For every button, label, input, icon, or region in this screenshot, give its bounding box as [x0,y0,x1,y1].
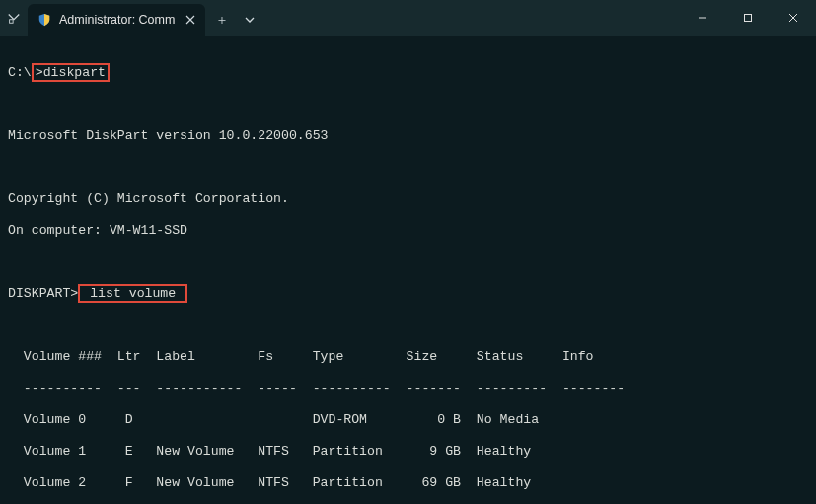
app-menu-icon[interactable] [0,0,28,36]
table-divider: ---------- --- ----------- ----- -------… [8,381,808,396]
command-diskpart: >diskpart [32,63,110,82]
maximize-button[interactable] [725,0,771,36]
window-controls [680,0,816,36]
tab-active[interactable]: Administrator: Command Pro [28,4,205,36]
tab-label: Administrator: Command Pro [59,13,176,27]
svg-rect-0 [10,20,14,24]
tab-dropdown-icon[interactable] [239,4,260,36]
prompt-diskpart: DISKPART> [8,286,78,301]
minimize-button[interactable] [680,0,725,36]
table-header: Volume ### Ltr Label Fs Type Size Status… [8,349,808,365]
new-tab-button[interactable]: + [205,4,239,36]
computer-line: On computer: VM-W11-SSD [8,223,808,239]
titlebar: Administrator: Command Pro + [0,0,816,36]
table-row: Volume 2 F New Volume NTFS Partition 69 … [8,475,808,491]
prompt-c: C:\ [8,65,32,80]
terminal-window: Administrator: Command Pro + C:\>diskpar… [0,0,816,504]
command-list-volume: list volume [78,284,187,303]
copyright-line: Copyright (C) Microsoft Corporation. [8,191,808,207]
close-button[interactable] [771,0,816,36]
table-row: Volume 1 E New Volume NTFS Partition 9 G… [8,444,808,460]
table-row: Volume 0 D DVD-ROM 0 B No Media [8,412,808,428]
terminal-output[interactable]: C:\>diskpart Microsoft DiskPart version … [0,36,816,504]
version-line: Microsoft DiskPart version 10.0.22000.65… [8,128,808,144]
titlebar-left: Administrator: Command Pro + [0,0,680,36]
close-icon[interactable] [185,15,195,25]
shield-icon [37,13,51,27]
svg-rect-2 [745,15,752,22]
